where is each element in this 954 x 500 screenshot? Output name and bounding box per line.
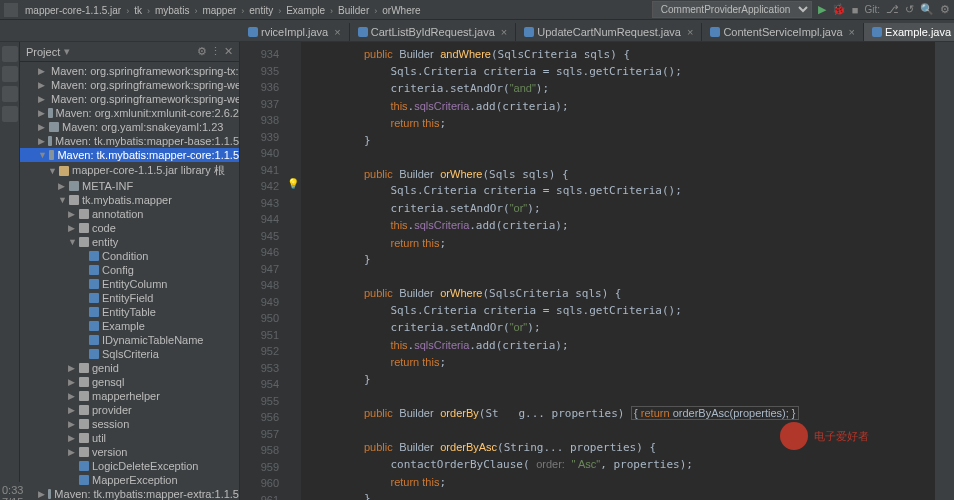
tree-arrow-icon[interactable]: ▶ xyxy=(68,209,76,219)
tree-node[interactable]: ▶Maven: org.springframework:spring-web xyxy=(20,78,239,92)
close-icon[interactable]: × xyxy=(849,26,855,38)
line-number: 952 xyxy=(240,343,279,360)
tree-arrow-icon[interactable]: ▶ xyxy=(68,363,76,373)
breadcrumb-part[interactable]: Builder xyxy=(338,5,369,16)
project-panel-header[interactable]: Project ▾ ⚙ ⋮ ✕ xyxy=(20,42,239,62)
tree-arrow-icon[interactable]: ▶ xyxy=(38,80,45,90)
breadcrumb-part[interactable]: entity xyxy=(249,5,273,16)
breadcrumb-part[interactable]: mapper-core-1.1.5.jar xyxy=(25,5,121,16)
breadcrumb-part[interactable]: mybatis xyxy=(155,5,189,16)
tree-node[interactable]: Example xyxy=(20,319,239,333)
tool-window-bar-right xyxy=(934,42,954,500)
editor-tab[interactable]: rviceImpl.java× xyxy=(240,23,350,41)
tree-arrow-icon[interactable]: ▼ xyxy=(48,166,56,176)
tree-arrow-icon[interactable]: ▼ xyxy=(68,237,76,247)
tree-node[interactable]: EntityColumn xyxy=(20,277,239,291)
tree-node[interactable]: SqlsCriteria xyxy=(20,347,239,361)
breadcrumb-part[interactable]: Example xyxy=(286,5,325,16)
tool-project-icon[interactable] xyxy=(2,46,18,62)
run-icon[interactable]: ▶ xyxy=(818,3,826,16)
tree-node[interactable]: ▶gensql xyxy=(20,375,239,389)
tree-arrow-icon[interactable]: ▶ xyxy=(68,433,76,443)
git-branch-icon[interactable]: ⎇ xyxy=(886,3,899,16)
tree-arrow-icon[interactable]: ▶ xyxy=(38,489,45,499)
tree-arrow-icon[interactable]: ▶ xyxy=(58,181,66,191)
tree-node[interactable]: Config xyxy=(20,263,239,277)
tree-node[interactable]: ▶META-INF xyxy=(20,179,239,193)
tool-commit-icon[interactable] xyxy=(2,86,18,102)
tree-node-icon xyxy=(89,251,99,261)
tree-node[interactable]: ▶code xyxy=(20,221,239,235)
tree-node[interactable]: ▶annotation xyxy=(20,207,239,221)
tree-node[interactable]: ▶Maven: tk.mybatis:mapper-base:1.1.5 xyxy=(20,134,239,148)
editor-tab[interactable]: CartListByIdRequest.java× xyxy=(350,23,517,41)
tree-node[interactable]: IDynamicTableName xyxy=(20,333,239,347)
debug-icon[interactable]: 🐞 xyxy=(832,3,846,16)
tree-arrow-icon[interactable]: ▶ xyxy=(38,66,45,76)
tree-node-icon xyxy=(89,335,99,345)
tree-arrow-icon[interactable]: ▶ xyxy=(68,377,76,387)
editor-tab[interactable]: UpdateCartNumRequest.java× xyxy=(516,23,702,41)
tree-arrow-icon[interactable]: ▶ xyxy=(38,122,46,132)
tree-node[interactable]: ▶Maven: tk.mybatis:mapper-extra:1.1.5 xyxy=(20,487,239,500)
tree-arrow-icon[interactable]: ▶ xyxy=(38,136,45,146)
tree-node[interactable]: ▼Maven: tk.mybatis:mapper-core:1.1.5 xyxy=(20,148,239,162)
tree-node[interactable]: ▶Maven: org.xmlunit:xmlunit-core:2.6.2 xyxy=(20,106,239,120)
chevron-right-icon: › xyxy=(147,6,150,16)
search-icon[interactable]: 🔍 xyxy=(920,3,934,16)
line-number: 954 xyxy=(240,376,279,393)
project-panel-gear-icon[interactable]: ⚙ ⋮ ✕ xyxy=(197,45,233,58)
editor-tab[interactable]: Example.java× xyxy=(864,23,954,41)
tree-arrow-icon[interactable]: ▶ xyxy=(38,94,45,104)
tree-arrow-icon[interactable]: ▶ xyxy=(68,419,76,429)
stop-icon[interactable]: ■ xyxy=(852,4,859,16)
tree-node-label: SqlsCriteria xyxy=(102,348,159,360)
tree-node[interactable]: ▼mapper-core-1.1.5.jar library 根 xyxy=(20,162,239,179)
run-config-select[interactable]: CommentProviderApplication xyxy=(652,1,812,18)
code-area[interactable]: public Builder andWhere(SqlsCriteria sql… xyxy=(301,42,934,500)
tree-node[interactable]: ▼tk.mybatis.mapper xyxy=(20,193,239,207)
tree-node[interactable]: ▶Maven: org.springframework:spring-web xyxy=(20,92,239,106)
editor-tab[interactable]: ContentServiceImpl.java× xyxy=(702,23,864,41)
tool-favorites-icon[interactable] xyxy=(2,106,18,122)
close-icon[interactable]: × xyxy=(501,26,507,38)
line-number: 937 xyxy=(240,96,279,113)
tree-node[interactable]: EntityTable xyxy=(20,305,239,319)
line-number: 941 xyxy=(240,162,279,179)
tree-node[interactable]: ▶session xyxy=(20,417,239,431)
tree-node[interactable]: EntityField xyxy=(20,291,239,305)
tree-node[interactable]: ▼entity xyxy=(20,235,239,249)
tree-arrow-icon[interactable]: ▶ xyxy=(68,405,76,415)
tree-arrow-icon[interactable]: ▶ xyxy=(68,223,76,233)
tree-node[interactable]: ▶Maven: org.yaml:snakeyaml:1.23 xyxy=(20,120,239,134)
breadcrumb-part[interactable]: orWhere xyxy=(382,5,420,16)
chevron-right-icon: › xyxy=(241,6,244,16)
tree-node[interactable]: MapperException xyxy=(20,473,239,487)
close-icon[interactable]: × xyxy=(687,26,693,38)
tree-arrow-icon[interactable]: ▶ xyxy=(38,108,45,118)
tree-node[interactable]: LogicDeleteException xyxy=(20,459,239,473)
tree-node[interactable]: ▶genid xyxy=(20,361,239,375)
tree-node[interactable]: ▶Maven: org.springframework:spring-tx:5 xyxy=(20,64,239,78)
close-icon[interactable]: × xyxy=(334,26,340,38)
tree-node-icon xyxy=(89,265,99,275)
tree-node-icon xyxy=(79,447,89,457)
line-number: 943 xyxy=(240,195,279,212)
code-editor[interactable]: 9349359369379389399409419429439449459469… xyxy=(240,42,934,500)
tree-arrow-icon[interactable]: ▼ xyxy=(58,195,66,205)
git-sync-icon[interactable]: ↺ xyxy=(905,3,914,16)
breadcrumb-part[interactable]: tk xyxy=(134,5,142,16)
settings-icon[interactable]: ⚙ xyxy=(940,3,950,16)
tree-arrow-icon[interactable]: ▼ xyxy=(38,150,46,160)
tree-node[interactable]: ▶mapperhelper xyxy=(20,389,239,403)
breadcrumb-part[interactable]: mapper xyxy=(202,5,236,16)
tree-arrow-icon[interactable]: ▶ xyxy=(68,391,76,401)
tool-structure-icon[interactable] xyxy=(2,66,18,82)
project-tree[interactable]: ▶Maven: org.springframework:spring-tx:5▶… xyxy=(20,62,239,500)
tree-node[interactable]: ▶version xyxy=(20,445,239,459)
tree-node[interactable]: ▶util xyxy=(20,431,239,445)
tree-arrow-icon[interactable]: ▶ xyxy=(68,447,76,457)
tree-node[interactable]: Condition xyxy=(20,249,239,263)
intention-bulb-icon[interactable]: 💡 xyxy=(285,178,301,189)
tree-node[interactable]: ▶provider xyxy=(20,403,239,417)
